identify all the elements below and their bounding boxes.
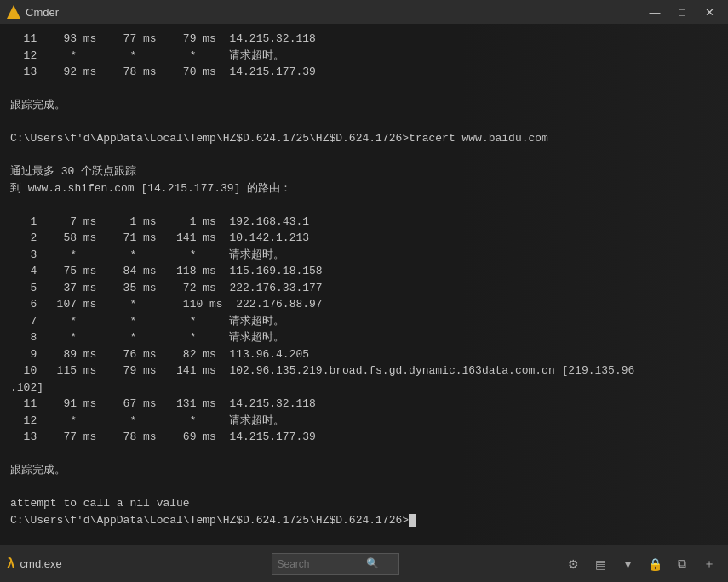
terminal-line: 跟踪完成。 <box>10 97 718 114</box>
window-title: Cmder <box>26 6 59 19</box>
terminal-line: 10 115 ms 79 ms 141 ms 102.96.135.219.br… <box>10 362 718 379</box>
status-bar-left: λ cmd.exe <box>7 556 109 572</box>
terminal-line: 8 * * * 请求超时。 <box>10 329 718 346</box>
search-icon: 🔍 <box>366 557 379 570</box>
split-button[interactable]: ⧉ <box>670 552 694 576</box>
terminal-line: 到 www.a.shifen.com [14.215.177.39] 的路由： <box>10 180 718 197</box>
terminal-line: 9 89 ms 76 ms 82 ms 113.96.4.205 <box>10 346 718 363</box>
lock-button[interactable]: 🔒 <box>643 552 667 576</box>
terminal-line: 5 37 ms 35 ms 72 ms 222.176.33.177 <box>10 280 718 297</box>
process-name: cmd.exe <box>20 557 62 570</box>
terminal-line: 7 * * * 请求超时。 <box>10 313 718 330</box>
terminal-line: 2 58 ms 71 ms 141 ms 10.142.1.213 <box>10 230 718 247</box>
terminal-line: C:\Users\f'd\AppData\Local\Temp\HZ$D.624… <box>10 512 718 529</box>
terminal-line: 13 77 ms 78 ms 69 ms 14.215.177.39 <box>10 429 718 446</box>
title-bar: Cmder — □ ✕ <box>0 0 728 24</box>
terminal-line <box>10 479 718 496</box>
title-bar-left: Cmder <box>7 5 59 19</box>
terminal-output: 11 93 ms 77 ms 79 ms 14.215.32.118 12 * … <box>10 31 718 528</box>
terminal-line <box>10 81 718 98</box>
search-box[interactable]: 🔍 <box>272 553 399 575</box>
terminal-line: 12 * * * 请求超时。 <box>10 48 718 65</box>
terminal-line: 12 * * * 请求超时。 <box>10 413 718 430</box>
search-input[interactable] <box>278 558 363 570</box>
maximize-button[interactable]: □ <box>670 3 694 20</box>
minimize-button[interactable]: — <box>643 3 667 20</box>
terminal-line: 跟踪完成。 <box>10 462 718 479</box>
terminal-line: C:\Users\f'd\AppData\Local\Temp\HZ$D.624… <box>10 130 718 147</box>
terminal-area[interactable]: 11 93 ms 77 ms 79 ms 14.215.32.118 12 * … <box>0 24 728 545</box>
terminal-line: 13 92 ms 78 ms 70 ms 14.215.177.39 <box>10 64 718 81</box>
terminal-line: attempt to call a nil value <box>10 495 718 512</box>
terminal-line: 4 75 ms 84 ms 118 ms 115.169.18.158 <box>10 263 718 280</box>
terminal-line <box>10 147 718 164</box>
add-tab-button[interactable]: ＋ <box>697 552 721 576</box>
terminal-line <box>10 446 718 463</box>
view-button[interactable]: ▤ <box>588 552 612 576</box>
terminal-line: 11 91 ms 67 ms 131 ms 14.215.32.118 <box>10 396 718 413</box>
terminal-line <box>10 114 718 131</box>
terminal-line: 1 7 ms 1 ms 1 ms 192.168.43.1 <box>10 214 718 231</box>
settings-button[interactable]: ⚙ <box>561 552 585 576</box>
lambda-icon: λ <box>7 556 15 572</box>
window-controls: — □ ✕ <box>643 3 721 20</box>
cmder-icon <box>7 5 20 19</box>
terminal-line: 11 93 ms 77 ms 79 ms 14.215.32.118 <box>10 31 718 48</box>
status-bar-right: ⚙ ▤ ▾ 🔒 ⧉ ＋ <box>561 552 721 576</box>
terminal-line: 3 * * * 请求超时。 <box>10 247 718 264</box>
close-button[interactable]: ✕ <box>697 3 721 20</box>
status-bar-center: 🔍 <box>114 553 556 575</box>
terminal-line: 6 107 ms * 110 ms 222.176.88.97 <box>10 296 718 313</box>
dropdown-button[interactable]: ▾ <box>616 552 639 576</box>
terminal-line <box>10 197 718 214</box>
terminal-line: .102] <box>10 379 718 397</box>
status-bar: λ cmd.exe 🔍 ⚙ ▤ ▾ 🔒 ⧉ ＋ <box>0 545 728 582</box>
terminal-line: 通过最多 30 个跃点跟踪 <box>10 163 718 180</box>
